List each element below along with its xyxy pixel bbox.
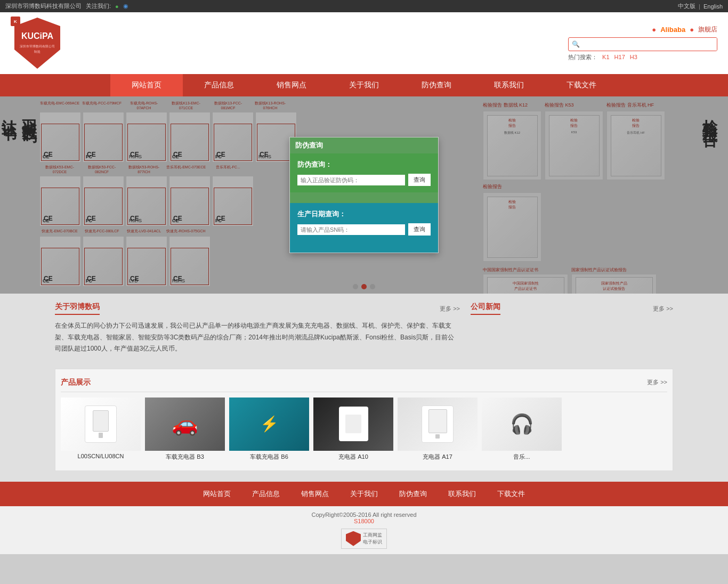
search-box: 🔍 xyxy=(568,37,717,51)
bullet-icon: ● xyxy=(652,26,656,34)
products-grid: L00SCN/LU08CN 🚗 车载充电器 B3 ⚡ 车载充电器 B6 xyxy=(61,392,667,466)
product-item-2[interactable]: 🚗 车载充电器 B3 xyxy=(145,398,225,461)
products-header: 产品展示 更多 >> xyxy=(61,374,667,392)
footer-nav: 网站首页 产品信息 销售网点 关于我们 防伪查询 联系我们 下载文件 xyxy=(0,482,728,506)
product-item-4[interactable]: 充电器 A10 xyxy=(313,398,393,461)
hot-h17[interactable]: H17 xyxy=(614,54,625,60)
product-item-6[interactable]: 🎧 音乐... xyxy=(482,398,562,461)
product-item-5[interactable]: 充电器 A17 xyxy=(398,398,478,461)
about-text: 在全体员工的同心协力下公司迅速发展，我公司已从产品单一的移动电源生产商发展为集充… xyxy=(55,320,460,355)
product-label-3: 车载充电器 B6 xyxy=(229,453,309,461)
hot-k1[interactable]: K1 xyxy=(602,54,609,60)
product-item-3[interactable]: ⚡ 车载充电器 B6 xyxy=(229,398,309,461)
production-date-query-button[interactable]: 查询 xyxy=(408,223,431,236)
modal-date-section: 生产日期查询： 查询 xyxy=(290,203,438,242)
about-more-link[interactable]: 更多 >> xyxy=(440,305,460,313)
header-right: ● Alibaba ● 旗舰店 🔍 热门搜索： K1 H17 H3 xyxy=(568,25,717,61)
content-inner: 关于羽博数码 更多 >> 在全体员工的同心协力下公司迅速发展，我公司已从产品单一… xyxy=(44,302,684,355)
wechat-icon[interactable]: ● xyxy=(115,3,119,10)
modal-antifake-section: 防伪查询： 查询 xyxy=(290,153,438,192)
nav-about[interactable]: 关于我们 xyxy=(328,74,400,96)
gov-badge: 工商网监 电子标识 xyxy=(341,529,387,549)
alibaba-link[interactable]: Alibaba xyxy=(660,26,685,34)
product-img-1 xyxy=(61,398,141,451)
antifake-modal: 防伪查询 防伪查询： 查询 生产日期查询： 查询 xyxy=(289,137,439,253)
banner-area: 羽博数码认证书 车载充电-EMC-069ACE 车载充电-FCC-079MCF … xyxy=(0,96,728,294)
nav-antifake[interactable]: 防伪查询 xyxy=(400,74,473,96)
product-label-4: 充电器 A10 xyxy=(313,453,393,461)
hot-search: 热门搜索： K1 H17 H3 xyxy=(568,53,717,61)
footer-bottom: CopyRight©2005-2016 All right reserved S… xyxy=(0,506,728,554)
nav-contact[interactable]: 联系我们 xyxy=(473,74,545,96)
search-icon: 🔍 xyxy=(569,40,583,48)
products-more-link[interactable]: 更多 >> xyxy=(647,378,667,386)
product-label-1: L00SCN/LU08CN xyxy=(61,453,141,459)
modal-header: 防伪查询 xyxy=(290,137,438,153)
footer-nav-products[interactable]: 产品信息 xyxy=(252,489,280,499)
footer-nav-sales[interactable]: 销售网点 xyxy=(301,489,329,499)
hot-h3[interactable]: H3 xyxy=(630,54,637,60)
news-header: 公司新闻 更多 >> xyxy=(471,302,673,315)
antifake-row: 查询 xyxy=(297,174,431,186)
follow-label: 关注我们: xyxy=(86,2,111,10)
footer-nav-antifake[interactable]: 防伪查询 xyxy=(399,489,427,499)
about-title: 关于羽博数码 xyxy=(55,302,100,315)
products-wrapper: 产品展示 更多 >> L00SCN/LU08CN xyxy=(44,369,684,471)
about-header: 关于羽博数码 更多 >> xyxy=(55,302,460,315)
product-img-3: ⚡ xyxy=(229,398,309,451)
content-area: 关于羽博数码 更多 >> 在全体员工的同心协力下公司迅速发展，我公司已从产品单一… xyxy=(0,294,728,363)
nav-home[interactable]: 网站首页 xyxy=(110,74,183,96)
production-date-row: 查询 xyxy=(297,223,431,236)
modal-title: 防伪查询 xyxy=(295,141,323,149)
production-date-label: 生产日期查询： xyxy=(297,209,431,219)
logo-area: KUCiPA 深圳市羽博数码有限公司 制造 K xyxy=(11,17,64,70)
footer-nav-contact[interactable]: 联系我们 xyxy=(448,489,476,499)
lang-zh-link[interactable]: 中文版 xyxy=(678,2,695,10)
top-bar: 深圳市羽博数码科技有限公司 关注我们: ● ◉ 中文版 | English xyxy=(0,0,728,12)
product-img-6: 🎧 xyxy=(482,398,562,451)
nav-sales[interactable]: 销售网点 xyxy=(255,74,328,96)
news-section: 公司新闻 更多 >> xyxy=(471,302,673,355)
top-bar-right: 中文版 | English xyxy=(678,2,723,10)
icp-link[interactable]: S18000 xyxy=(354,518,374,524)
product-label-6: 音乐... xyxy=(482,453,562,461)
lang-divider: | xyxy=(699,3,700,10)
logo-shield-svg: KUCiPA 深圳市羽博数码有限公司 制造 xyxy=(13,17,61,70)
search-area: 🔍 热门搜索： K1 H17 H3 xyxy=(568,37,717,61)
svg-text:制造: 制造 xyxy=(34,50,41,53)
footer-nav-home[interactable]: 网站首页 xyxy=(203,489,231,499)
news-more-link[interactable]: 更多 >> xyxy=(653,305,673,313)
about-section: 关于羽博数码 更多 >> 在全体员工的同心协力下公司迅速发展，我公司已从产品单一… xyxy=(55,302,460,355)
hot-label: 热门搜索： xyxy=(568,54,597,60)
product-img-2: 🚗 xyxy=(145,398,225,451)
antifake-input[interactable] xyxy=(297,175,405,185)
lang-en-link[interactable]: English xyxy=(703,3,723,10)
footer-badge: 工商网监 电子标识 xyxy=(5,529,723,549)
product-item-1[interactable]: L00SCN/LU08CN xyxy=(61,398,141,461)
nav-download[interactable]: 下载文件 xyxy=(545,74,618,96)
search-input[interactable] xyxy=(583,38,717,51)
main-nav: 网站首页 产品信息 销售网点 关于我们 防伪查询 联系我们 下载文件 xyxy=(0,74,728,96)
product-label-2: 车载充电器 B3 xyxy=(145,453,225,461)
svg-text:深圳市羽博数码有限公司: 深圳市羽博数码有限公司 xyxy=(20,44,55,48)
antifake-query-button[interactable]: 查询 xyxy=(408,174,431,186)
svg-text:KUCiPA: KUCiPA xyxy=(21,31,54,40)
antifake-label: 防伪查询： xyxy=(297,160,431,169)
qq-icon[interactable]: ◉ xyxy=(123,3,128,10)
gov-shield-icon xyxy=(346,531,361,546)
nav-products[interactable]: 产品信息 xyxy=(183,74,255,96)
logo-badge: K xyxy=(11,17,20,26)
product-img-4 xyxy=(313,398,393,451)
footer-nav-about[interactable]: 关于我们 xyxy=(350,489,378,499)
tmall-link[interactable]: 旗舰店 xyxy=(698,25,717,34)
product-label-5: 充电器 A17 xyxy=(398,453,478,461)
production-date-input[interactable] xyxy=(297,224,405,235)
products-area: 产品展示 更多 >> L00SCN/LU08CN xyxy=(0,363,728,482)
products-container: 产品展示 更多 >> L00SCN/LU08CN xyxy=(55,369,673,471)
modal-bottom-spacer xyxy=(290,242,438,253)
news-title: 公司新闻 xyxy=(471,302,500,315)
modal-overlay: 防伪查询 防伪查询： 查询 生产日期查询： 查询 xyxy=(0,96,728,294)
company-name: 深圳市羽博数码科技有限公司 xyxy=(5,2,82,10)
header-links: ● Alibaba ● 旗舰店 xyxy=(652,25,717,34)
footer-nav-download[interactable]: 下载文件 xyxy=(497,489,525,499)
